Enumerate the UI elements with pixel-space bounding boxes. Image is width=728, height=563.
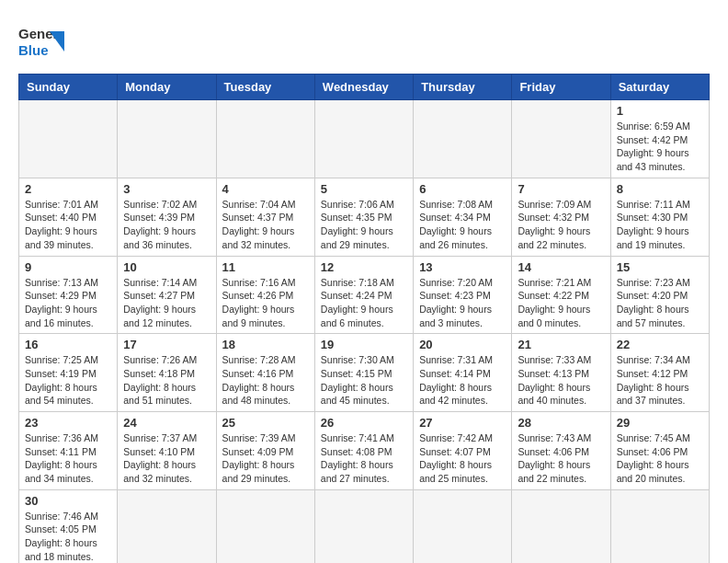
day-number: 5	[321, 182, 407, 196]
calendar-cell	[314, 100, 413, 178]
calendar-cell: 30Sunrise: 7:46 AM Sunset: 4:05 PM Dayli…	[19, 489, 118, 563]
day-number: 30	[25, 494, 111, 508]
day-header-tuesday: Tuesday	[216, 75, 314, 100]
day-info: Sunrise: 7:37 AM Sunset: 4:10 PM Dayligh…	[123, 431, 210, 486]
calendar-header-row: SundayMondayTuesdayWednesdayThursdayFrid…	[19, 75, 710, 100]
day-number: 13	[419, 260, 506, 274]
calendar-cell: 7Sunrise: 7:09 AM Sunset: 4:32 PM Daylig…	[512, 178, 610, 256]
day-number: 8	[617, 182, 703, 196]
calendar-cell: 16Sunrise: 7:25 AM Sunset: 4:19 PM Dayli…	[19, 334, 118, 412]
day-number: 16	[25, 338, 111, 351]
day-number: 28	[518, 416, 604, 430]
calendar-cell: 17Sunrise: 7:26 AM Sunset: 4:18 PM Dayli…	[118, 334, 216, 412]
calendar-cell	[414, 489, 512, 563]
day-number: 19	[321, 338, 407, 351]
day-number: 24	[123, 416, 210, 430]
day-number: 29	[617, 416, 703, 430]
calendar-week-2: 2Sunrise: 7:01 AM Sunset: 4:40 PM Daylig…	[19, 178, 710, 256]
svg-marker-2	[50, 31, 64, 52]
day-number: 1	[617, 104, 703, 118]
day-header-wednesday: Wednesday	[314, 75, 413, 100]
day-info: Sunrise: 7:42 AM Sunset: 4:07 PM Dayligh…	[419, 431, 506, 486]
day-info: Sunrise: 7:08 AM Sunset: 4:34 PM Dayligh…	[419, 198, 506, 252]
day-info: Sunrise: 7:23 AM Sunset: 4:20 PM Dayligh…	[617, 276, 703, 330]
calendar-cell: 8Sunrise: 7:11 AM Sunset: 4:30 PM Daylig…	[610, 178, 709, 256]
calendar-week-6: 30Sunrise: 7:46 AM Sunset: 4:05 PM Dayli…	[19, 489, 710, 563]
day-number: 23	[25, 416, 111, 430]
calendar-cell: 24Sunrise: 7:37 AM Sunset: 4:10 PM Dayli…	[118, 412, 216, 490]
calendar-cell: 3Sunrise: 7:02 AM Sunset: 4:39 PM Daylig…	[118, 178, 216, 256]
calendar-cell	[19, 100, 118, 178]
calendar-week-1: 1Sunrise: 6:59 AM Sunset: 4:42 PM Daylig…	[19, 100, 710, 178]
day-info: Sunrise: 6:59 AM Sunset: 4:42 PM Dayligh…	[617, 120, 703, 174]
calendar-cell: 11Sunrise: 7:16 AM Sunset: 4:26 PM Dayli…	[216, 256, 314, 334]
day-number: 14	[518, 260, 604, 274]
calendar-week-5: 23Sunrise: 7:36 AM Sunset: 4:11 PM Dayli…	[19, 412, 710, 490]
day-info: Sunrise: 7:39 AM Sunset: 4:09 PM Dayligh…	[222, 431, 309, 486]
day-number: 20	[419, 338, 506, 351]
day-info: Sunrise: 7:25 AM Sunset: 4:19 PM Dayligh…	[25, 353, 111, 408]
day-number: 21	[518, 338, 604, 351]
calendar-cell: 9Sunrise: 7:13 AM Sunset: 4:29 PM Daylig…	[19, 256, 118, 334]
calendar-cell	[414, 100, 512, 178]
calendar-cell: 14Sunrise: 7:21 AM Sunset: 4:22 PM Dayli…	[512, 256, 610, 334]
day-number: 17	[123, 338, 210, 351]
day-number: 11	[222, 260, 309, 274]
calendar-cell	[512, 489, 610, 563]
day-header-thursday: Thursday	[414, 75, 512, 100]
day-info: Sunrise: 7:36 AM Sunset: 4:11 PM Dayligh…	[25, 431, 111, 486]
calendar-cell	[314, 489, 413, 563]
day-number: 6	[419, 182, 506, 196]
day-info: Sunrise: 7:04 AM Sunset: 4:37 PM Dayligh…	[222, 198, 309, 252]
day-header-monday: Monday	[118, 75, 216, 100]
logo-icon: General Blue	[18, 18, 64, 64]
calendar-cell: 5Sunrise: 7:06 AM Sunset: 4:35 PM Daylig…	[314, 178, 413, 256]
day-number: 26	[321, 416, 407, 430]
calendar-cell: 19Sunrise: 7:30 AM Sunset: 4:15 PM Dayli…	[314, 334, 413, 412]
page-header: General Blue	[18, 18, 710, 64]
day-info: Sunrise: 7:14 AM Sunset: 4:27 PM Dayligh…	[123, 276, 210, 330]
day-info: Sunrise: 7:20 AM Sunset: 4:23 PM Dayligh…	[419, 276, 506, 330]
day-info: Sunrise: 7:13 AM Sunset: 4:29 PM Dayligh…	[25, 276, 111, 330]
day-info: Sunrise: 7:16 AM Sunset: 4:26 PM Dayligh…	[222, 276, 309, 330]
day-info: Sunrise: 7:30 AM Sunset: 4:15 PM Dayligh…	[321, 353, 407, 408]
calendar-cell: 1Sunrise: 6:59 AM Sunset: 4:42 PM Daylig…	[610, 100, 709, 178]
day-info: Sunrise: 7:21 AM Sunset: 4:22 PM Dayligh…	[518, 276, 604, 330]
day-number: 12	[321, 260, 407, 274]
day-info: Sunrise: 7:18 AM Sunset: 4:24 PM Dayligh…	[321, 276, 407, 330]
day-info: Sunrise: 7:46 AM Sunset: 4:05 PM Dayligh…	[25, 510, 111, 563]
calendar-cell: 25Sunrise: 7:39 AM Sunset: 4:09 PM Dayli…	[216, 412, 314, 490]
day-number: 18	[222, 338, 309, 351]
logo: General Blue	[18, 18, 68, 64]
calendar-cell: 21Sunrise: 7:33 AM Sunset: 4:13 PM Dayli…	[512, 334, 610, 412]
day-number: 9	[25, 260, 111, 274]
day-info: Sunrise: 7:01 AM Sunset: 4:40 PM Dayligh…	[25, 198, 111, 252]
day-info: Sunrise: 7:33 AM Sunset: 4:13 PM Dayligh…	[518, 353, 604, 408]
day-info: Sunrise: 7:11 AM Sunset: 4:30 PM Dayligh…	[617, 198, 703, 252]
day-info: Sunrise: 7:26 AM Sunset: 4:18 PM Dayligh…	[123, 353, 210, 408]
calendar-cell: 13Sunrise: 7:20 AM Sunset: 4:23 PM Dayli…	[414, 256, 512, 334]
day-header-friday: Friday	[512, 75, 610, 100]
day-info: Sunrise: 7:41 AM Sunset: 4:08 PM Dayligh…	[321, 431, 407, 486]
calendar-cell: 4Sunrise: 7:04 AM Sunset: 4:37 PM Daylig…	[216, 178, 314, 256]
day-info: Sunrise: 7:06 AM Sunset: 4:35 PM Dayligh…	[321, 198, 407, 252]
calendar-cell: 22Sunrise: 7:34 AM Sunset: 4:12 PM Dayli…	[610, 334, 709, 412]
calendar-cell: 26Sunrise: 7:41 AM Sunset: 4:08 PM Dayli…	[314, 412, 413, 490]
day-info: Sunrise: 7:34 AM Sunset: 4:12 PM Dayligh…	[617, 353, 703, 408]
day-number: 10	[123, 260, 210, 274]
day-number: 27	[419, 416, 506, 430]
day-header-saturday: Saturday	[610, 75, 709, 100]
day-number: 7	[518, 182, 604, 196]
calendar-cell: 6Sunrise: 7:08 AM Sunset: 4:34 PM Daylig…	[414, 178, 512, 256]
calendar-cell	[118, 489, 216, 563]
calendar-cell: 27Sunrise: 7:42 AM Sunset: 4:07 PM Dayli…	[414, 412, 512, 490]
calendar-cell: 29Sunrise: 7:45 AM Sunset: 4:06 PM Dayli…	[610, 412, 709, 490]
day-number: 2	[25, 182, 111, 196]
calendar-week-4: 16Sunrise: 7:25 AM Sunset: 4:19 PM Dayli…	[19, 334, 710, 412]
day-info: Sunrise: 7:28 AM Sunset: 4:16 PM Dayligh…	[222, 353, 309, 408]
calendar-cell	[610, 489, 709, 563]
day-info: Sunrise: 7:31 AM Sunset: 4:14 PM Dayligh…	[419, 353, 506, 408]
calendar-cell: 10Sunrise: 7:14 AM Sunset: 4:27 PM Dayli…	[118, 256, 216, 334]
day-info: Sunrise: 7:45 AM Sunset: 4:06 PM Dayligh…	[617, 431, 703, 486]
day-number: 15	[617, 260, 703, 274]
